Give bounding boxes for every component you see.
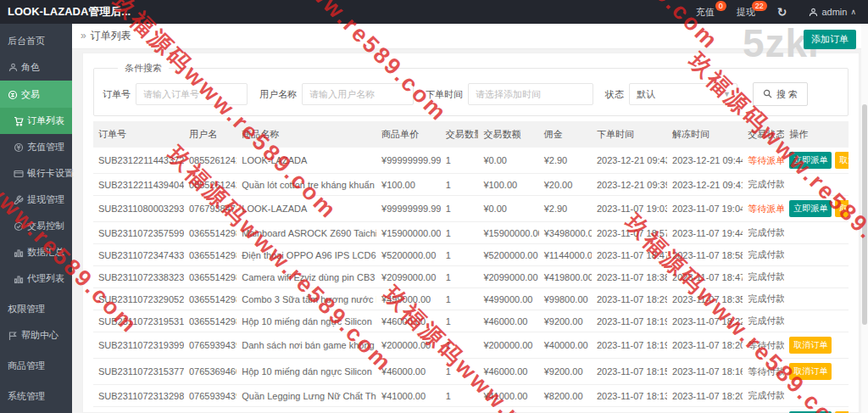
filter-row: 订单号 用户名称 下单时间 状态 默认 ▼ — [103, 82, 839, 106]
commission-cell: ¥8200.00 — [539, 385, 592, 407]
sidebar-item-9[interactable]: 数据汇总 — [0, 239, 72, 265]
product-cell: LOOK-LAZADA — [236, 196, 376, 222]
order-time-input[interactable] — [468, 83, 593, 105]
sidebar-item-14[interactable]: 系统管理 — [0, 383, 72, 410]
amount-cell: ¥2099000.00 — [478, 266, 538, 288]
status-cell: 完成付款 — [743, 244, 784, 266]
dispatch-now-button[interactable]: 立即派单 — [789, 200, 832, 217]
search-button[interactable]: 搜 索 — [753, 82, 808, 106]
sidebar-item-6[interactable]: 银行卡设置 — [0, 160, 72, 187]
sidebar-item-8[interactable]: 交易控制 — [0, 213, 72, 239]
sidebar-item-label: 银行卡设置 — [27, 167, 74, 180]
recharge-menu[interactable]: 充值 0 — [696, 6, 715, 19]
admin-menu[interactable]: admin ∧ — [809, 7, 856, 17]
amount-cell: ¥5200000.00 — [478, 244, 538, 266]
product-cell: Quần Legging Lưng Nữ Chất Thun Co Dãn 4 — [236, 385, 376, 407]
order-time-cell: 2023-11-07 19:03:29 — [592, 196, 667, 222]
vertical-scrollbar[interactable] — [861, 24, 868, 413]
commission-cell: ¥40000.00 — [539, 332, 592, 359]
unit-price-cell: ¥15900000.00 — [376, 222, 441, 244]
username-cell: 0365514298 — [184, 310, 236, 332]
main-content: »订单列表 5zkr 添加订单 条件搜索 订单号 用户名称 下单时间 — [72, 24, 868, 413]
unit-price-cell: ¥200000.00 — [376, 407, 441, 413]
filter-fieldset: 条件搜索 订单号 用户名称 下单时间 状态 默认 — [93, 62, 849, 116]
sidebar-item-label: 帮助中心 — [21, 329, 58, 342]
status-cell: 订单冻结 — [743, 407, 784, 413]
status-badge: 完成付款 — [748, 227, 784, 237]
coin-icon — [14, 142, 24, 153]
unit-price-cell: ¥99999999.99 — [376, 148, 441, 174]
control-icon — [14, 221, 24, 232]
scrollbar-thumb[interactable] — [862, 104, 867, 325]
status-cell: 等待付款 — [743, 332, 784, 359]
column-header: 解冻时间 — [667, 121, 743, 148]
sidebar-item-label: 交易控制 — [27, 220, 64, 232]
qty-cell: 1 — [441, 148, 479, 174]
commission-cell: ¥3498000.00 — [539, 222, 592, 244]
amount-cell: ¥100.00 — [478, 174, 538, 196]
sidebar-item-4[interactable]: 订单列表 — [0, 108, 72, 134]
unit-price-cell: ¥46000.00 — [376, 310, 441, 332]
cancel-order-button[interactable]: 取消订单 — [835, 152, 849, 169]
username-cell: 0855261242 — [184, 148, 236, 174]
withdraw-menu[interactable]: 提现 22 — [737, 6, 755, 19]
sidebar-item-12[interactable]: 帮助中心 — [0, 322, 72, 349]
status-badge: 等待派单 — [748, 155, 784, 165]
table-row: SUB2311072315377540765369460Hộp 10 miếng… — [93, 359, 849, 385]
unfreeze-time-cell: 2023-11-07 19:04:29 — [667, 196, 743, 222]
username-cell: 0765369460 — [184, 359, 236, 385]
chevron-down-icon: ▼ — [723, 90, 731, 98]
sidebar-item-3[interactable]: 交易 — [0, 81, 72, 108]
search-icon — [763, 89, 776, 100]
cancel-order-button[interactable]: 取消订单 — [789, 363, 832, 380]
order-time-cell: 2023-11-07 18:13:29 — [592, 385, 667, 407]
unit-price-cell: ¥2099000.00 — [376, 266, 441, 288]
sidebar-item-10[interactable]: 代理列表 — [0, 265, 72, 292]
order-no-cell: SUB231107231939973 — [93, 332, 184, 359]
cart-icon — [14, 116, 24, 126]
sidebar-item-label: 交易 — [21, 88, 40, 101]
column-header: 用户名 — [184, 121, 236, 148]
username-cell: 0365514298 — [184, 266, 236, 288]
dispatch-now-button[interactable]: 立即派单 — [789, 152, 832, 169]
order-time-cell: 2023-11-07 18:19:39 — [592, 332, 667, 359]
unfreeze-time-cell: 2023-11-07 18:22:54 — [667, 310, 743, 332]
unfreeze-time-cell: 2023-12-21 09:42:49 — [667, 407, 743, 413]
cancel-order-button[interactable]: 取消订单 — [789, 337, 832, 354]
sidebar-item-label: 提现管理 — [27, 193, 64, 206]
commission-cell: ¥99800.00 — [539, 288, 592, 310]
table-row: SUB2311072329052100365514298Combo 3 Sữa … — [93, 288, 849, 310]
qty-cell: 1 — [441, 266, 479, 288]
add-order-button[interactable]: 添加订单 — [804, 30, 856, 49]
username-input[interactable] — [302, 83, 414, 105]
product-cell: Mainboard ASROCK Z690 Taichi — [236, 222, 376, 244]
sidebar-item-11[interactable]: 权限管理 — [0, 296, 72, 322]
commission-cell: ¥1144000.00 — [539, 244, 592, 266]
product-cell: Hộp 10 miếng dán ngực Silicon — [236, 359, 376, 385]
table-row: SUB2311072312594020855261242Danh sách nơ… — [93, 407, 849, 413]
order-time-cell: 2023-11-07 18:19:53 — [592, 310, 667, 332]
order-time-cell: 2023-11-07 18:47:43 — [592, 244, 667, 266]
sidebar-item-1[interactable]: 后台首页 — [0, 28, 72, 54]
search-button-label: 搜 索 — [776, 88, 798, 101]
actions-cell: 立即派单取消订单 — [784, 148, 849, 174]
sidebar-item-label: 角色 — [21, 61, 40, 74]
recharge-label: 充值 — [696, 6, 715, 19]
sidebar-item-5[interactable]: 充值管理 — [0, 134, 72, 160]
actions-cell — [784, 385, 849, 407]
sidebar: 后台首页角色交易订单列表充值管理银行卡设置提现管理交易控制数据汇总代理列表权限管… — [0, 24, 72, 413]
order-no-input[interactable] — [136, 83, 248, 105]
sidebar-item-13[interactable]: 商品管理 — [0, 353, 72, 379]
username-label: 用户名称 — [259, 88, 297, 101]
status-cell: 等待付款 — [743, 359, 784, 385]
sidebar-item-label: 后台首页 — [8, 35, 45, 47]
admin-username: admin — [821, 7, 847, 17]
amount-cell: ¥0.00 — [478, 196, 538, 222]
cancel-order-button[interactable]: 取消订单 — [835, 200, 849, 217]
sidebar-item-7[interactable]: 提现管理 — [0, 187, 72, 213]
status-select[interactable]: 默认 ▼ — [629, 83, 737, 105]
refresh-button[interactable]: ↻ — [777, 5, 787, 19]
sidebar-item-2[interactable]: 角色 — [0, 54, 72, 81]
amount-cell: ¥200000.00 — [478, 332, 538, 359]
order-time-cell: 2023-11-07 18:57:59 — [592, 222, 667, 244]
